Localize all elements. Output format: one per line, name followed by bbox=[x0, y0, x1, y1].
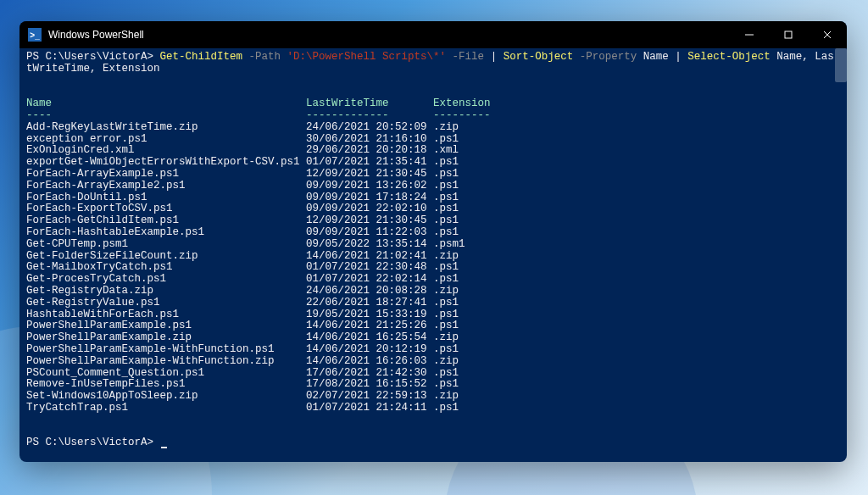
table-row: ExOnloginCred.xml 29/06/2021 20:20:18 .x… bbox=[26, 145, 840, 157]
title-bar[interactable]: >_ Windows PowerShell bbox=[19, 21, 847, 48]
table-row: exception error.ps1 30/06/2021 21:16:10 … bbox=[26, 134, 840, 146]
column-headers: Name LastWriteTime Extension bbox=[26, 98, 840, 110]
blank-line bbox=[26, 414, 840, 426]
cursor bbox=[161, 447, 167, 448]
minimize-icon bbox=[745, 31, 754, 39]
prompt-prefix: PS C:\Users\VictorA> bbox=[26, 51, 160, 63]
table-row: Get-ProcesTryCatch.ps1 01/07/2021 22:02:… bbox=[26, 274, 840, 286]
blank-line bbox=[26, 426, 840, 438]
cmdlet-sort-object: Sort-Object bbox=[504, 51, 574, 63]
table-row: ForEach-ArrayExample2.ps1 09/09/2021 13:… bbox=[26, 181, 840, 192]
pipe1: | bbox=[491, 51, 504, 63]
table-row: Add-RegKeyLastWriteTime.zip 24/06/2021 2… bbox=[26, 122, 840, 134]
table-row: Get-RegistryValue.ps1 22/06/2021 18:27:4… bbox=[26, 298, 840, 309]
table-row: PowerShellParamExample.zip 14/06/2021 16… bbox=[26, 332, 840, 344]
command-line: PS C:\Users\VictorA> Get-ChildItem -Path… bbox=[26, 52, 840, 75]
terminal-output[interactable]: PS C:\Users\VictorA> Get-ChildItem -Path… bbox=[19, 48, 847, 462]
close-button[interactable] bbox=[808, 21, 847, 48]
table-row: ForEach-ExportToCSV.ps1 09/09/2021 22:02… bbox=[26, 203, 840, 215]
blank-line bbox=[26, 86, 840, 98]
maximize-icon bbox=[784, 31, 793, 39]
powershell-window: >_ Windows PowerShell PS C:\Users\Victor… bbox=[19, 21, 847, 462]
param-property: -Property bbox=[573, 51, 643, 63]
powershell-icon: >_ bbox=[28, 28, 42, 42]
titlebar-left: >_ Windows PowerShell bbox=[19, 28, 144, 42]
scrollbar-thumb[interactable] bbox=[835, 48, 847, 82]
table-row: PowerShellParamExample-WithFunction.ps1 … bbox=[26, 344, 840, 356]
header-dashes: ---- ------------- --------- bbox=[26, 110, 840, 122]
svg-rect-1 bbox=[785, 31, 792, 38]
table-row: PowerShellParamExample-WithFunction.zip … bbox=[26, 356, 840, 368]
table-row: exportGet-WmiObjectErrorsWithExport-CSV.… bbox=[26, 157, 840, 169]
table-row: PSCount_Comment_Question.ps1 17/06/2021 … bbox=[26, 368, 840, 380]
param-path: -Path bbox=[242, 51, 287, 63]
table-row: Set-Windows10AppToSleep.zip 02/07/2021 2… bbox=[26, 391, 840, 403]
prop-name: Name bbox=[643, 51, 676, 63]
blank-line bbox=[26, 75, 840, 87]
table-row: Get-MailboxTryCatch.ps1 01/07/2021 22:30… bbox=[26, 262, 840, 274]
maximize-button[interactable] bbox=[769, 21, 808, 48]
table-row: ForEach-ArrayExample.ps1 12/09/2021 21:3… bbox=[26, 169, 840, 181]
minimize-button[interactable] bbox=[730, 21, 769, 48]
table-row: Get-CPUTemp.psm1 09/05/2022 13:35:14 .ps… bbox=[26, 239, 840, 251]
table-row: TryCatchTrap.ps1 01/07/2021 21:24:11 .ps… bbox=[26, 403, 840, 414]
window-controls bbox=[730, 21, 847, 48]
cmdlet-get-childitem: Get-ChildItem bbox=[160, 51, 243, 63]
window-title: Windows PowerShell bbox=[48, 29, 144, 41]
pipe2: | bbox=[675, 51, 687, 63]
table-row: Get-RegistryData.zip 24/06/2021 20:08:28… bbox=[26, 286, 840, 298]
close-icon bbox=[823, 31, 832, 39]
table-row: Get-FolderSizeFileCount.zip 14/06/2021 2… bbox=[26, 251, 840, 263]
cmdlet-select-object: Select-Object bbox=[687, 51, 771, 63]
prompt-line: PS C:\Users\VictorA> bbox=[26, 437, 840, 449]
table-row: ForEach-DoUntil.ps1 09/09/2021 17:18:24 … bbox=[26, 192, 840, 204]
path-arg: 'D:\PowerShell Scripts\*' bbox=[287, 51, 447, 63]
table-row: ForEach-HashtableExample.ps1 09/09/2021 … bbox=[26, 227, 840, 239]
param-file: -File bbox=[446, 51, 491, 63]
table-row: ForEach-GetChildItem.ps1 12/09/2021 21:3… bbox=[26, 215, 840, 227]
table-row: HashtableWithForEach.ps1 19/05/2021 15:3… bbox=[26, 309, 840, 321]
table-row: PowerShellParamExample.ps1 14/06/2021 21… bbox=[26, 320, 840, 332]
table-row: Remove-InUseTempFiles.ps1 17/08/2021 16:… bbox=[26, 379, 840, 391]
